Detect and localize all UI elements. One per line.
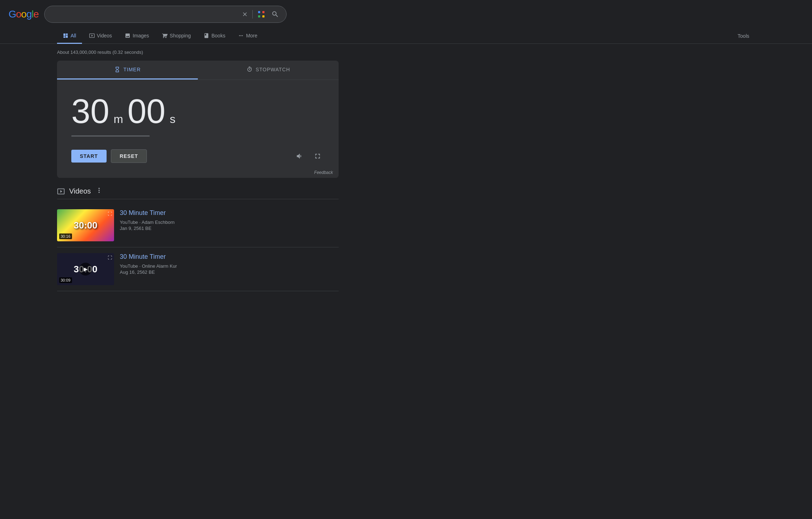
timer-time: 30 m 00 s bbox=[71, 94, 324, 128]
results-count: About 143,000,000 results (0.32 seconds) bbox=[57, 50, 371, 55]
video-duration-1: 30:16 bbox=[59, 233, 72, 239]
tab-videos-label: Videos bbox=[97, 33, 112, 38]
video-item-2: 30:00 ▶ ⛶ 30:09 30 Minute Timer YouTube … bbox=[57, 247, 339, 291]
video-title-link-1[interactable]: 30 Minute Timer bbox=[120, 209, 339, 217]
stopwatch-icon bbox=[246, 66, 253, 73]
tab-images-label: Images bbox=[133, 33, 149, 38]
svg-rect-1 bbox=[262, 11, 264, 13]
tab-more-label: More bbox=[246, 33, 257, 38]
timer-seconds: 00 bbox=[127, 94, 165, 128]
navigation-tabs: All Videos Images Shopping Books More To… bbox=[0, 29, 812, 44]
google-logo[interactable]: Google bbox=[9, 9, 38, 20]
stopwatch-tab-label: STOPWATCH bbox=[256, 67, 290, 72]
video-thumbnail-2[interactable]: 30:00 ▶ ⛶ 30:09 bbox=[57, 253, 114, 285]
timer-tab-stopwatch[interactable]: STOPWATCH bbox=[198, 61, 339, 79]
search-icon bbox=[271, 10, 279, 18]
tab-images[interactable]: Images bbox=[119, 29, 155, 44]
reset-button[interactable]: RESET bbox=[111, 149, 147, 163]
video-meta-1: YouTube · Adam Eschborn Jan 9, 2561 BE bbox=[120, 220, 339, 231]
video-info-2: 30 Minute Timer YouTube · Online Alarm K… bbox=[120, 253, 339, 276]
start-button[interactable]: START bbox=[71, 150, 107, 163]
tab-books[interactable]: Books bbox=[198, 29, 231, 44]
videos-header: Videos bbox=[57, 186, 339, 199]
video-section-icon bbox=[57, 187, 65, 195]
svg-rect-2 bbox=[258, 15, 260, 17]
videos-section: Videos 30:00 ⛶ 30:16 30 Minute Timer bbox=[57, 186, 339, 291]
shopping-icon bbox=[162, 33, 168, 38]
expand-icon-2: ⛶ bbox=[108, 255, 112, 260]
timer-controls: START RESET bbox=[57, 144, 339, 169]
fullscreen-button[interactable] bbox=[311, 149, 324, 163]
video-source-2: YouTube · Online Alarm Kur bbox=[120, 263, 339, 269]
video-date-2: Aug 16, 2562 BE bbox=[120, 269, 339, 275]
all-icon bbox=[63, 33, 68, 38]
svg-rect-0 bbox=[258, 11, 260, 13]
timer-minutes: 30 bbox=[71, 94, 109, 128]
video-meta-2: YouTube · Online Alarm Kur Aug 16, 2562 … bbox=[120, 263, 339, 275]
books-icon bbox=[204, 33, 209, 38]
fullscreen-icon bbox=[314, 152, 322, 160]
play-overlay-2: ▶ bbox=[79, 263, 92, 276]
clear-button[interactable] bbox=[242, 11, 248, 17]
video-icon bbox=[89, 33, 95, 38]
timer-display: 30 m 00 s bbox=[57, 80, 339, 144]
video-source-1: YouTube · Adam Eschborn bbox=[120, 220, 339, 225]
feedback-link[interactable]: Feedback bbox=[57, 169, 339, 178]
tab-shopping-label: Shopping bbox=[170, 33, 191, 38]
timer-minutes-unit: m bbox=[114, 113, 123, 126]
tab-videos[interactable]: Videos bbox=[83, 29, 118, 44]
video-duration-2: 30:09 bbox=[59, 277, 72, 283]
volume-button[interactable] bbox=[293, 149, 307, 163]
camera-icon bbox=[257, 10, 266, 19]
video-date-1: Jan 9, 2561 BE bbox=[120, 226, 339, 231]
thumbnail-text-1: 30:00 bbox=[74, 220, 98, 231]
more-icon bbox=[238, 33, 244, 38]
expand-icon-1: ⛶ bbox=[108, 211, 112, 216]
timer-progress-bar bbox=[71, 135, 150, 137]
tab-all-label: All bbox=[71, 33, 76, 38]
timer-widget: TIMER STOPWATCH 30 m 00 s START RESET bbox=[57, 61, 339, 178]
search-button[interactable] bbox=[270, 9, 281, 20]
search-divider bbox=[252, 10, 253, 19]
tab-books-label: Books bbox=[211, 33, 225, 38]
tools-button[interactable]: Tools bbox=[732, 29, 755, 43]
more-vert-icon bbox=[95, 186, 103, 194]
svg-rect-3 bbox=[262, 15, 264, 17]
video-item-1: 30:00 ⛶ 30:16 30 Minute Timer YouTube · … bbox=[57, 204, 339, 247]
hourglass-icon bbox=[114, 66, 120, 73]
timer-tabs: TIMER STOPWATCH bbox=[57, 61, 339, 80]
images-icon bbox=[125, 33, 130, 38]
timer-tab-timer[interactable]: TIMER bbox=[57, 61, 198, 79]
search-input[interactable]: 30 minute timer bbox=[50, 11, 237, 18]
camera-search-button[interactable] bbox=[257, 10, 266, 19]
video-info-1: 30 Minute Timer YouTube · Adam Eschborn … bbox=[120, 209, 339, 232]
search-bar: 30 minute timer bbox=[44, 6, 287, 23]
volume-icon bbox=[296, 152, 304, 160]
tab-all[interactable]: All bbox=[57, 29, 82, 44]
timer-tab-label: TIMER bbox=[123, 67, 141, 72]
clear-icon bbox=[242, 11, 248, 17]
tab-shopping[interactable]: Shopping bbox=[156, 29, 196, 44]
video-title-link-2[interactable]: 30 Minute Timer bbox=[120, 253, 339, 261]
main-content: About 143,000,000 results (0.32 seconds)… bbox=[0, 44, 428, 297]
more-videos-button[interactable] bbox=[95, 186, 103, 196]
videos-section-title: Videos bbox=[69, 187, 91, 195]
video-thumbnail-1[interactable]: 30:00 ⛶ 30:16 bbox=[57, 209, 114, 241]
tab-more[interactable]: More bbox=[232, 29, 263, 44]
header: Google 30 minute timer bbox=[0, 0, 812, 29]
timer-seconds-unit: s bbox=[170, 113, 175, 126]
